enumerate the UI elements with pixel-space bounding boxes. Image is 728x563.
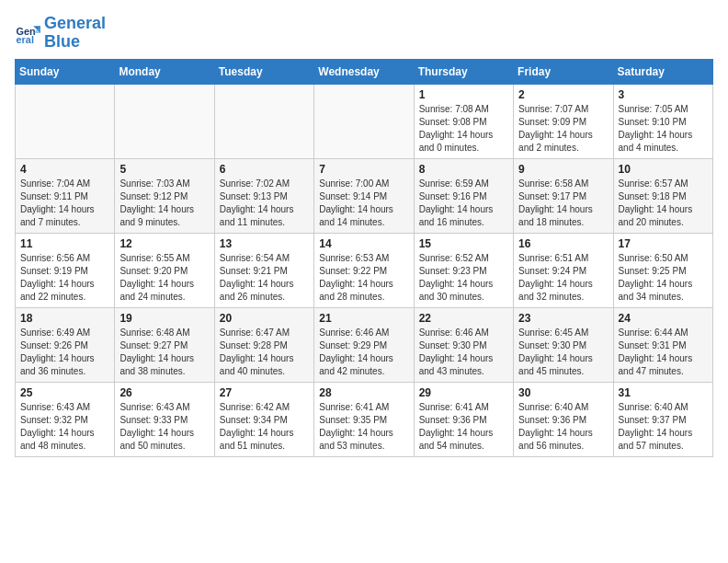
day-info: Sunrise: 6:45 AM Sunset: 9:30 PM Dayligh… [518, 327, 608, 378]
day-number: 6 [220, 163, 309, 176]
calendar-cell [16, 84, 115, 158]
calendar-cell: 6Sunrise: 7:02 AM Sunset: 9:13 PM Daylig… [214, 158, 313, 233]
day-info: Sunrise: 6:47 AM Sunset: 9:28 PM Dayligh… [220, 327, 309, 378]
day-number: 11 [20, 237, 109, 250]
svg-text:eral: eral [17, 34, 34, 45]
calendar-week-row: 4Sunrise: 7:04 AM Sunset: 9:11 PM Daylig… [16, 158, 713, 233]
day-number: 30 [518, 386, 608, 399]
day-number: 16 [518, 237, 608, 250]
day-info: Sunrise: 6:43 AM Sunset: 9:32 PM Dayligh… [20, 401, 109, 453]
calendar-cell: 28Sunrise: 6:41 AM Sunset: 9:35 PM Dayli… [314, 382, 414, 456]
weekday-header-sunday: Sunday [16, 59, 115, 84]
day-number: 18 [20, 312, 109, 325]
weekday-header-monday: Monday [115, 59, 214, 84]
day-number: 12 [119, 237, 209, 250]
day-info: Sunrise: 7:04 AM Sunset: 9:11 PM Dayligh… [20, 178, 109, 229]
day-number: 26 [119, 386, 209, 399]
day-info: Sunrise: 6:46 AM Sunset: 9:30 PM Dayligh… [419, 327, 508, 378]
calendar-cell: 15Sunrise: 6:52 AM Sunset: 9:23 PM Dayli… [414, 233, 513, 307]
calendar-cell: 18Sunrise: 6:49 AM Sunset: 9:26 PM Dayli… [16, 307, 115, 382]
calendar-cell: 19Sunrise: 6:48 AM Sunset: 9:27 PM Dayli… [115, 307, 214, 382]
weekday-header-thursday: Thursday [414, 59, 513, 84]
calendar-cell [115, 84, 214, 158]
day-info: Sunrise: 6:53 AM Sunset: 9:22 PM Dayligh… [319, 252, 408, 304]
day-number: 28 [319, 386, 408, 399]
calendar-cell: 14Sunrise: 6:53 AM Sunset: 9:22 PM Dayli… [314, 233, 414, 307]
day-info: Sunrise: 6:40 AM Sunset: 9:36 PM Dayligh… [518, 401, 608, 453]
day-info: Sunrise: 6:50 AM Sunset: 9:25 PM Dayligh… [619, 252, 708, 304]
day-number: 17 [619, 237, 708, 250]
weekday-header-row: SundayMondayTuesdayWednesdayThursdayFrid… [16, 59, 713, 84]
weekday-header-tuesday: Tuesday [214, 59, 313, 84]
weekday-header-saturday: Saturday [613, 59, 712, 84]
day-number: 24 [619, 312, 708, 325]
day-number: 2 [518, 88, 608, 101]
calendar-cell: 31Sunrise: 6:40 AM Sunset: 9:37 PM Dayli… [613, 382, 712, 456]
calendar-cell: 22Sunrise: 6:46 AM Sunset: 9:30 PM Dayli… [414, 307, 513, 382]
day-info: Sunrise: 6:55 AM Sunset: 9:20 PM Dayligh… [119, 252, 209, 304]
day-info: Sunrise: 6:57 AM Sunset: 9:18 PM Dayligh… [619, 178, 708, 229]
calendar-cell: 8Sunrise: 6:59 AM Sunset: 9:16 PM Daylig… [414, 158, 513, 233]
day-number: 31 [619, 386, 708, 399]
day-number: 19 [119, 312, 209, 325]
calendar-cell: 13Sunrise: 6:54 AM Sunset: 9:21 PM Dayli… [214, 233, 313, 307]
logo-text-line2: Blue [44, 33, 106, 52]
calendar-week-row: 1Sunrise: 7:08 AM Sunset: 9:08 PM Daylig… [16, 84, 713, 158]
day-number: 8 [419, 163, 508, 176]
calendar-cell: 10Sunrise: 6:57 AM Sunset: 9:18 PM Dayli… [613, 158, 712, 233]
calendar-cell: 5Sunrise: 7:03 AM Sunset: 9:12 PM Daylig… [115, 158, 214, 233]
day-info: Sunrise: 7:02 AM Sunset: 9:13 PM Dayligh… [220, 178, 309, 229]
calendar-cell: 21Sunrise: 6:46 AM Sunset: 9:29 PM Dayli… [314, 307, 414, 382]
page-header: Gen eral General Blue [15, 15, 713, 52]
calendar-cell: 1Sunrise: 7:08 AM Sunset: 9:08 PM Daylig… [414, 84, 513, 158]
calendar-week-row: 11Sunrise: 6:56 AM Sunset: 9:19 PM Dayli… [16, 233, 713, 307]
day-number: 1 [419, 88, 508, 101]
calendar-cell: 29Sunrise: 6:41 AM Sunset: 9:36 PM Dayli… [414, 382, 513, 456]
day-info: Sunrise: 6:48 AM Sunset: 9:27 PM Dayligh… [119, 327, 209, 378]
day-number: 3 [619, 88, 708, 101]
day-info: Sunrise: 7:05 AM Sunset: 9:10 PM Dayligh… [619, 103, 708, 155]
calendar-header: SundayMondayTuesdayWednesdayThursdayFrid… [16, 59, 713, 84]
day-info: Sunrise: 6:42 AM Sunset: 9:34 PM Dayligh… [220, 401, 309, 453]
calendar-week-row: 18Sunrise: 6:49 AM Sunset: 9:26 PM Dayli… [16, 307, 713, 382]
day-number: 5 [119, 163, 209, 176]
day-info: Sunrise: 6:51 AM Sunset: 9:24 PM Dayligh… [518, 252, 608, 304]
day-info: Sunrise: 7:03 AM Sunset: 9:12 PM Dayligh… [119, 178, 209, 229]
day-number: 13 [220, 237, 309, 250]
calendar-cell [314, 84, 414, 158]
calendar-cell: 26Sunrise: 6:43 AM Sunset: 9:33 PM Dayli… [115, 382, 214, 456]
day-number: 22 [419, 312, 508, 325]
calendar-cell: 2Sunrise: 7:07 AM Sunset: 9:09 PM Daylig… [514, 84, 613, 158]
day-info: Sunrise: 6:58 AM Sunset: 9:17 PM Dayligh… [518, 178, 608, 229]
day-number: 23 [518, 312, 608, 325]
logo: Gen eral General Blue [15, 15, 106, 52]
calendar-cell: 7Sunrise: 7:00 AM Sunset: 9:14 PM Daylig… [314, 158, 414, 233]
calendar-cell: 30Sunrise: 6:40 AM Sunset: 9:36 PM Dayli… [514, 382, 613, 456]
calendar-cell: 25Sunrise: 6:43 AM Sunset: 9:32 PM Dayli… [16, 382, 115, 456]
day-number: 15 [419, 237, 508, 250]
day-info: Sunrise: 6:46 AM Sunset: 9:29 PM Dayligh… [319, 327, 408, 378]
day-info: Sunrise: 6:56 AM Sunset: 9:19 PM Dayligh… [20, 252, 109, 304]
day-info: Sunrise: 6:54 AM Sunset: 9:21 PM Dayligh… [220, 252, 309, 304]
calendar-cell: 4Sunrise: 7:04 AM Sunset: 9:11 PM Daylig… [16, 158, 115, 233]
day-info: Sunrise: 6:49 AM Sunset: 9:26 PM Dayligh… [20, 327, 109, 378]
calendar-table: SundayMondayTuesdayWednesdayThursdayFrid… [15, 59, 713, 457]
calendar-cell: 20Sunrise: 6:47 AM Sunset: 9:28 PM Dayli… [214, 307, 313, 382]
day-info: Sunrise: 6:40 AM Sunset: 9:37 PM Dayligh… [619, 401, 708, 453]
day-number: 4 [20, 163, 109, 176]
day-info: Sunrise: 6:41 AM Sunset: 9:35 PM Dayligh… [319, 401, 408, 453]
weekday-header-friday: Friday [514, 59, 613, 84]
calendar-cell: 23Sunrise: 6:45 AM Sunset: 9:30 PM Dayli… [514, 307, 613, 382]
calendar-cell: 3Sunrise: 7:05 AM Sunset: 9:10 PM Daylig… [613, 84, 712, 158]
day-info: Sunrise: 6:41 AM Sunset: 9:36 PM Dayligh… [419, 401, 508, 453]
calendar-cell [214, 84, 313, 158]
logo-icon: Gen eral [15, 20, 40, 46]
day-number: 27 [220, 386, 309, 399]
calendar-cell: 17Sunrise: 6:50 AM Sunset: 9:25 PM Dayli… [613, 233, 712, 307]
calendar-cell: 11Sunrise: 6:56 AM Sunset: 9:19 PM Dayli… [16, 233, 115, 307]
day-number: 25 [20, 386, 109, 399]
logo-text-line1: General [44, 15, 106, 33]
day-number: 10 [619, 163, 708, 176]
day-info: Sunrise: 6:52 AM Sunset: 9:23 PM Dayligh… [419, 252, 508, 304]
day-info: Sunrise: 6:59 AM Sunset: 9:16 PM Dayligh… [419, 178, 508, 229]
